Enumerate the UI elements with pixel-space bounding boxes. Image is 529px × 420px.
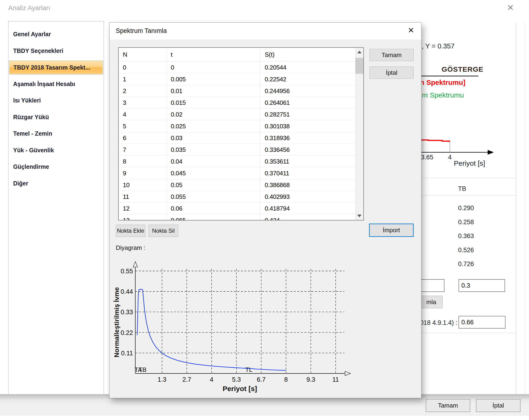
svg-text:TL: TL [245,366,252,373]
table-cell: 0.035 [171,146,186,153]
column-header-st: S(t) [265,51,275,58]
import-button[interactable]: İmport [369,224,414,237]
svg-text:0.11: 0.11 [121,350,133,357]
tb-value: 0.290 [458,204,474,212]
table-cell: 0.05 [171,181,182,189]
spectrum-diagram-svg: 0.110.220.330.440.551.32.745.36.789.311T… [112,255,380,396]
table-cell: 13 [123,217,130,220]
sidebar-item[interactable]: Temel - Zemin [9,127,103,140]
legend-entry-design-spectrum: ım Spektrumu [420,91,464,99]
table-cell: 0.402993 [265,193,290,201]
window-edge-line [525,22,525,394]
table-row[interactable]: 40.020.282751 [119,108,356,120]
table-cell: 0.005 [171,76,186,83]
tb-value: 0.526 [458,246,474,254]
svg-text:11: 11 [332,376,339,383]
table-cell: 0.301038 [265,123,290,130]
sidebar-item[interactable]: Diğer [9,177,103,190]
table-cell: 9 [123,170,126,177]
tb-groupbox-bottom [420,333,516,333]
table-row[interactable]: 120.060.418794 [119,203,356,214]
scroll-up-button[interactable] [356,48,363,56]
table-cell: 3 [123,99,126,107]
dialog-ok-button[interactable]: Tamam [370,49,414,61]
delete-point-button[interactable]: Nokta Sil [148,225,178,237]
legend-heading: GÖSTERGE [442,65,483,73]
table-cell: 0.20544 [265,64,286,71]
background-spectrum-svg: 3.654 [420,131,495,162]
dialog-cancel-button[interactable]: İptal [370,67,414,79]
sidebar-item[interactable]: Güçlendirme [9,160,103,173]
table-row[interactable]: 60.030.318936 [119,132,356,144]
diagram-label: Diyagram : [116,244,145,251]
footer-cancel-button[interactable]: İptal [476,399,521,412]
footer-ok-button[interactable]: Tamam [426,399,470,412]
table-row[interactable]: 130.0650.434 [119,214,356,220]
table-row[interactable]: 000.20544 [119,62,356,73]
table-cell: 0.282751 [265,111,290,118]
tbdy-note-input[interactable] [459,316,505,329]
table-row[interactable]: 20.010.244956 [119,85,356,97]
table-body: 000.2054410.0050.2254220.010.24495630.01… [119,62,356,220]
table-scrollbar[interactable] [355,48,363,220]
svg-text:0.33: 0.33 [120,309,133,316]
table-cell: 6 [123,135,126,142]
table-cell: 0.434 [265,217,280,220]
sidebar-item[interactable]: Aşamalı İnşaat Hesabı [9,77,103,91]
svg-text:4: 4 [448,154,452,161]
table-row[interactable]: 30.0150.264061 [119,97,356,108]
xy-coordinate-readout: , Y = 0.357 [422,42,455,50]
table-cell: 4 [123,111,126,118]
table-row[interactable]: 70.0350.336456 [119,144,356,156]
sidebar-item[interactable]: Rüzgar Yükü [9,110,103,124]
svg-text:4: 4 [210,376,213,383]
sidebar-item[interactable]: TBDY Seçenekleri [9,44,103,57]
svg-text:2.7: 2.7 [182,376,191,383]
svg-text:Normalleştirilmiş İvme: Normalleştirilmiş İvme [113,287,120,357]
table-cell: 0.065 [171,217,186,220]
table-cell: 0.015 [171,99,186,107]
table-cell: 0.045 [171,170,186,177]
window-close-icon[interactable]: ✕ [507,3,514,13]
sidebar-item[interactable]: Yük - Güvenlik [9,144,103,157]
table-cell: 0.22542 [265,76,286,83]
table-cell: 0 [171,64,174,71]
table-row[interactable]: 100.050.386868 [119,179,356,191]
dialog-close-icon[interactable]: ✕ [408,26,414,35]
table-cell: 10 [123,181,130,189]
table-cell: 0.318936 [265,135,290,142]
svg-text:3.65: 3.65 [421,154,433,161]
background-spectrum-chart: 3.654 [420,131,495,162]
scrollbar-thumb[interactable] [356,58,363,74]
table-cell: 0.03 [171,135,182,142]
add-point-button[interactable]: Nokta Ekle [116,225,145,237]
table-cell: 0.244956 [265,87,290,95]
sidebar-item[interactable]: Isı Yükleri [9,94,103,107]
chevron-down-icon [357,215,361,217]
table-row[interactable]: 10.0050.22542 [119,73,356,85]
sidebar-item[interactable]: Genel Ayarlar [9,27,103,41]
tb-input-field[interactable] [459,279,505,292]
tb-groupbox-top [420,195,516,196]
table-cell: 0.025 [171,123,186,130]
dialog-title: Spektrum Tanımla [116,27,167,35]
table-header-row: N t S(t) [119,48,356,62]
window-title: Analiz Ayarları [8,4,50,12]
svg-text:1.3: 1.3 [158,376,167,383]
scroll-down-button[interactable] [356,212,363,220]
spectrum-table[interactable]: N t S(t) 000.2054410.0050.2254220.010.24… [118,47,364,220]
table-cell: 0.386868 [265,181,290,189]
hidden-left-field[interactable] [418,279,444,292]
table-row[interactable]: 90.0450.370411 [119,167,356,179]
svg-text:5.3: 5.3 [232,376,241,383]
table-row[interactable]: 80.040.353611 [119,156,356,167]
tb-value: 0.726 [458,260,474,268]
table-cell: 0.02 [171,111,182,118]
svg-text:0.22: 0.22 [120,329,133,336]
table-row[interactable]: 50.0250.301038 [119,120,356,132]
sidebar-item[interactable]: TBDY 2018 Tasarım Spekt... [9,61,103,74]
table-row[interactable]: 110.0550.402993 [119,191,356,203]
table-cell: 0.264061 [265,99,290,107]
groupbox-divider [420,178,516,178]
legend-heading-underline [418,76,478,76]
